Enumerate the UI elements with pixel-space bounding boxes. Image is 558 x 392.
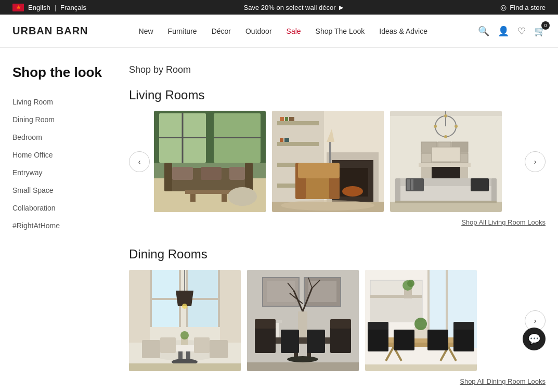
svg-rect-36	[298, 163, 340, 178]
living-room-image-3[interactable]	[390, 111, 502, 212]
sidebar-item-entryway[interactable]: Entryway	[12, 168, 116, 177]
living-rooms-grid	[154, 111, 521, 212]
svg-rect-68	[395, 201, 497, 203]
nav-shop-the-look[interactable]: Shop The Look	[316, 27, 365, 35]
shop-all-living-rooms[interactable]: Shop All Living Room Looks	[129, 218, 546, 226]
nav-decor[interactable]: Décor	[212, 27, 231, 35]
dining-room-image-3[interactable]	[365, 270, 477, 371]
svg-rect-78	[129, 270, 150, 343]
svg-rect-27	[280, 138, 283, 142]
sidebar-item-small-space[interactable]: Small Space	[12, 186, 116, 195]
svg-point-45	[434, 125, 437, 128]
svg-rect-99	[308, 281, 336, 302]
svg-rect-64	[407, 179, 410, 190]
main-content: Shop by Room Living Rooms ‹	[116, 64, 546, 392]
sidebar-nav: Living Room Dining Room Bedroom Home Off…	[12, 97, 116, 230]
sidebar-item-dining-room[interactable]: Dining Room	[12, 115, 116, 124]
svg-rect-9	[164, 163, 172, 191]
svg-rect-79	[220, 270, 241, 343]
shop-all-dining-rooms[interactable]: Shop All Dining Room Looks	[129, 377, 546, 385]
search-icon[interactable]: 🔍	[478, 25, 489, 37]
nav-ideas-advice[interactable]: Ideas & Advice	[379, 27, 427, 35]
living-room-image-1[interactable]	[154, 111, 266, 212]
living-rooms-title: Living Rooms	[129, 88, 546, 102]
carousel-prev-button[interactable]: ‹	[129, 151, 150, 172]
svg-rect-89	[210, 340, 228, 358]
svg-rect-14	[185, 190, 232, 194]
svg-rect-116	[330, 319, 351, 329]
nav-new[interactable]: New	[139, 27, 153, 35]
svg-rect-61	[395, 178, 400, 202]
svg-point-17	[228, 187, 257, 206]
account-icon[interactable]: 👤	[498, 25, 509, 37]
svg-point-103	[287, 356, 318, 362]
nav-links: New Furniture Décor Outdoor Sale Shop Th…	[139, 27, 427, 35]
dining-rooms-section: Dining Rooms	[129, 247, 546, 385]
svg-point-38	[281, 200, 374, 211]
sidebar-item-collaboration[interactable]: Collaboration	[12, 203, 116, 213]
dining-rooms-grid	[129, 270, 521, 371]
svg-rect-137	[368, 322, 388, 330]
nav-furniture[interactable]: Furniture	[168, 27, 197, 35]
nav-bar: URBAN BARN New Furniture Décor Outdoor S…	[0, 15, 558, 48]
chat-bubble[interactable]: 💬	[523, 328, 546, 350]
svg-rect-58	[432, 147, 460, 162]
svg-rect-39	[329, 142, 331, 163]
lang-english[interactable]: English	[28, 4, 50, 11]
promo-text: Save 20% on select wall décor	[244, 4, 336, 11]
svg-point-129	[407, 280, 414, 287]
svg-rect-94	[129, 363, 241, 371]
svg-rect-20	[277, 121, 319, 125]
svg-rect-76	[150, 298, 181, 300]
dining-rooms-title: Dining Rooms	[129, 247, 546, 262]
find-store-label[interactable]: Find a store	[510, 4, 546, 11]
cart-wrapper[interactable]: 🛒 0	[534, 25, 546, 37]
living-rooms-carousel: ‹	[129, 111, 546, 212]
wishlist-icon[interactable]: ♡	[517, 25, 526, 37]
main-container: Shop the look Living Room Dining Room Be…	[0, 48, 558, 392]
carousel-next-button[interactable]: ›	[525, 151, 546, 172]
svg-point-143	[414, 318, 427, 330]
svg-rect-139	[453, 322, 474, 330]
sidebar-item-home-office[interactable]: Home Office	[12, 150, 116, 160]
cart-badge: 0	[541, 21, 550, 30]
svg-rect-15	[190, 194, 196, 202]
svg-rect-138	[453, 328, 474, 351]
sidebar-item-bedroom[interactable]: Bedroom	[12, 133, 116, 142]
sidebar: Shop the look Living Room Dining Room Be…	[12, 64, 116, 392]
svg-rect-98	[267, 281, 295, 302]
promo-arrow-icon: ▶	[339, 4, 343, 11]
svg-rect-24	[280, 117, 284, 121]
svg-rect-104	[298, 311, 307, 337]
svg-rect-113	[255, 327, 276, 353]
lang-french[interactable]: Français	[60, 4, 86, 11]
dining-room-image-2[interactable]	[247, 270, 359, 371]
svg-point-82	[182, 304, 187, 309]
svg-rect-136	[368, 328, 388, 351]
svg-rect-140	[394, 330, 414, 350]
promo-banner: Save 20% on select wall décor ▶	[244, 4, 343, 11]
sidebar-item-living-room[interactable]: Living Room	[12, 97, 116, 107]
logo[interactable]: URBAN BARN	[12, 25, 88, 37]
svg-rect-115	[330, 327, 351, 353]
svg-rect-144	[365, 364, 477, 371]
svg-rect-11	[172, 167, 193, 180]
svg-rect-62	[491, 178, 497, 202]
living-room-image-2[interactable]	[272, 111, 384, 212]
dining-room-image-1[interactable]	[129, 270, 241, 371]
svg-rect-141	[427, 330, 448, 350]
sidebar-item-right-at-home[interactable]: #RightAtHome	[12, 221, 116, 230]
living-rooms-section: Living Rooms ‹	[129, 88, 546, 226]
svg-rect-126	[370, 295, 422, 298]
svg-rect-88	[142, 340, 160, 358]
svg-rect-118	[307, 330, 325, 353]
svg-rect-10	[245, 163, 253, 191]
dining-rooms-carousel: ›	[129, 270, 546, 371]
language-selector[interactable]: 🍁 English | Français	[12, 4, 86, 11]
nav-outdoor[interactable]: Outdoor	[245, 27, 272, 35]
svg-rect-12	[201, 167, 222, 180]
nav-sale[interactable]: Sale	[287, 27, 301, 35]
svg-rect-53	[421, 153, 432, 163]
find-store[interactable]: ◎ Find a store	[500, 3, 546, 11]
svg-point-47	[444, 114, 447, 117]
